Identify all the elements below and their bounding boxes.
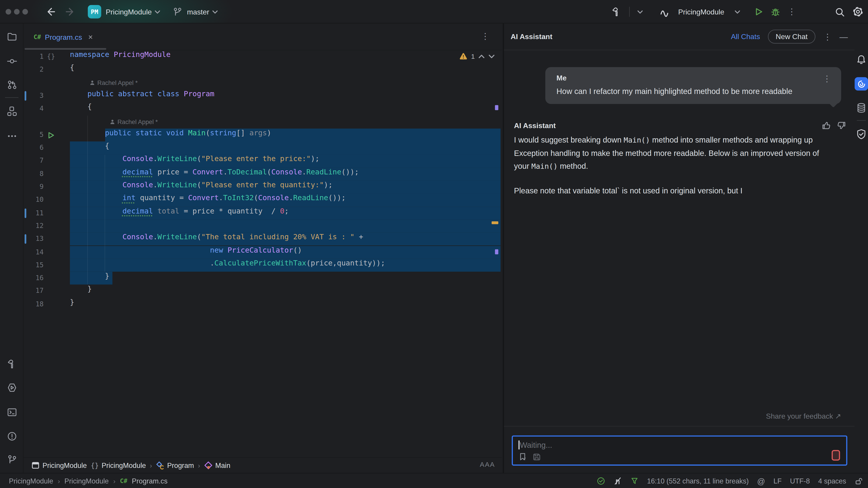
structure-tool-window-icon[interactable] xyxy=(7,106,18,116)
code-line[interactable]: } xyxy=(70,285,500,298)
project-tool-window-icon[interactable] xyxy=(7,31,18,42)
code-line[interactable]: { xyxy=(70,102,500,116)
line-number[interactable]: 11 xyxy=(24,206,43,220)
share-feedback-link[interactable]: Share your feedback ↗ xyxy=(766,412,841,420)
line-number[interactable]: 2 xyxy=(24,63,43,76)
new-chat-button[interactable]: New Chat xyxy=(768,30,815,43)
settings-gear-icon[interactable] xyxy=(852,6,864,17)
code-line[interactable]: public static void Main(string[] args) xyxy=(70,129,500,142)
code-line[interactable]: namespace PricingModule xyxy=(70,51,500,64)
ai-panel-minimize-icon[interactable]: — xyxy=(839,32,848,41)
code-line[interactable]: decimal price = Convert.ToDecimal(Consol… xyxy=(70,167,500,181)
code-line[interactable]: decimal total = price * quantity / 0; xyxy=(70,206,500,220)
code-vision-author[interactable]: Rachel Appel * xyxy=(110,116,158,129)
thumbs-up-icon[interactable] xyxy=(822,121,831,130)
code-line[interactable]: { xyxy=(70,141,500,155)
ai-prompt-input[interactable]: Waiting... xyxy=(512,435,847,466)
run-gutter-icon[interactable] xyxy=(48,129,54,142)
line-number[interactable]: 16 xyxy=(24,272,43,285)
vcs-change-marker[interactable] xyxy=(25,208,26,218)
line-number[interactable]: 18 xyxy=(24,298,43,311)
line-number[interactable]: 1 xyxy=(24,51,43,64)
encoding-widget[interactable]: UTF-8 xyxy=(790,477,810,485)
run-button[interactable] xyxy=(754,7,764,16)
vcs-change-marker[interactable] xyxy=(25,91,26,101)
code-line[interactable] xyxy=(70,220,500,233)
ai-assistant-tool-window-icon[interactable] xyxy=(855,77,868,90)
tab-options-icon[interactable]: ⋮ xyxy=(481,31,489,41)
user-message-options-icon[interactable]: ⋮ xyxy=(823,74,831,84)
line-number[interactable]: 4 xyxy=(24,102,43,116)
crumb-file[interactable]: Program.cs xyxy=(132,477,167,485)
database-tool-window-icon[interactable] xyxy=(856,102,867,113)
navbar-item-project[interactable]: PricingModule xyxy=(31,461,87,469)
scrollbar-warning-mark[interactable] xyxy=(492,221,498,224)
code-line[interactable]: .CalculatePriceWithTax(price,quantity)); xyxy=(70,259,500,272)
project-chevron-down-icon[interactable] xyxy=(155,8,161,15)
inspections-widget[interactable]: 1 xyxy=(459,52,495,60)
save-icon[interactable] xyxy=(532,453,541,461)
window-minimize-icon[interactable] xyxy=(14,9,20,15)
indent-widget[interactable]: 4 spaces xyxy=(818,477,846,485)
code-editor[interactable]: 1{}23456789101112131415161718 namespace … xyxy=(24,51,502,457)
vcs-update-icon[interactable] xyxy=(7,79,18,90)
terminal-tool-window-icon[interactable] xyxy=(7,407,18,418)
build-chevron-down-icon[interactable] xyxy=(637,8,643,15)
navbar-item-method[interactable]: Main xyxy=(204,461,230,469)
services-tool-window-icon[interactable] xyxy=(7,382,18,393)
prev-problem-icon[interactable] xyxy=(478,53,485,60)
search-everywhere-icon[interactable] xyxy=(835,6,845,17)
code-line[interactable]: new PriceCalculator() xyxy=(70,246,500,259)
line-number[interactable]: 8 xyxy=(24,167,43,181)
tab-program-cs[interactable]: C# Program.cs × xyxy=(25,24,103,51)
next-problem-icon[interactable] xyxy=(488,53,495,60)
code-line[interactable]: public abstract class Program xyxy=(70,90,500,103)
window-close-icon[interactable] xyxy=(6,9,11,15)
code-line[interactable]: Console.WriteLine("The total including 2… xyxy=(70,233,500,246)
inspection-profile-icon[interactable] xyxy=(630,477,639,485)
git-branch-icon[interactable] xyxy=(173,7,182,17)
commit-tool-window-icon[interactable] xyxy=(7,56,18,66)
line-number[interactable]: 5 xyxy=(24,129,43,142)
thumbs-down-icon[interactable] xyxy=(837,121,846,130)
navbar-item-namespace[interactable]: {} PricingModule xyxy=(91,461,146,469)
notifications-bell-icon[interactable] xyxy=(856,54,867,65)
branch-chevron-down-icon[interactable] xyxy=(212,8,218,15)
line-number[interactable]: 13 xyxy=(24,233,43,246)
line-number[interactable]: 17 xyxy=(24,285,43,298)
window-zoom-icon[interactable] xyxy=(22,9,28,15)
code-line[interactable]: } xyxy=(70,298,500,311)
code-line[interactable]: int quantity = Convert.ToInt32(Console.R… xyxy=(70,194,500,207)
line-number[interactable]: 12 xyxy=(24,220,43,233)
code-vision-author[interactable]: Rachel Appel * xyxy=(90,76,138,90)
prompt-library-icon[interactable] xyxy=(519,452,527,461)
run-config-chevron-down-icon[interactable] xyxy=(735,8,741,15)
ai-panel-options-icon[interactable]: ⋮ xyxy=(823,32,832,42)
problems-tool-window-icon[interactable] xyxy=(7,431,18,442)
line-number[interactable]: 15 xyxy=(24,259,43,272)
tab-close-icon[interactable]: × xyxy=(88,33,93,41)
run-config-name[interactable]: PricingModule xyxy=(678,7,724,16)
line-number[interactable]: 9 xyxy=(24,181,43,194)
line-number[interactable]: 10 xyxy=(24,194,43,207)
crumb-project[interactable]: PricingModule xyxy=(9,477,53,485)
build-hammer-icon[interactable] xyxy=(611,6,622,17)
fold-braces-icon[interactable]: {} xyxy=(47,51,55,64)
run-config-type-icon[interactable] xyxy=(659,6,670,17)
highlighting-level-icon[interactable] xyxy=(614,477,622,485)
line-number[interactable]: 6 xyxy=(24,141,43,155)
line-number[interactable]: 3 xyxy=(24,90,43,103)
vcs-change-marker[interactable] xyxy=(25,234,26,244)
build-tool-window-icon[interactable] xyxy=(7,359,18,369)
crumb-module[interactable]: PricingModule xyxy=(64,477,109,485)
readonly-lock-icon[interactable] xyxy=(855,477,863,485)
more-tool-windows-icon[interactable] xyxy=(7,131,18,141)
security-shield-icon[interactable] xyxy=(856,129,867,140)
code-line[interactable]: { xyxy=(70,63,500,76)
line-number[interactable]: 7 xyxy=(24,155,43,168)
analysis-ok-icon[interactable] xyxy=(597,477,605,485)
git-tool-window-icon[interactable] xyxy=(7,455,18,465)
font-size-widget[interactable]: AAA xyxy=(480,461,495,468)
back-icon[interactable] xyxy=(45,6,56,17)
line-separator-widget[interactable]: LF xyxy=(774,477,782,485)
